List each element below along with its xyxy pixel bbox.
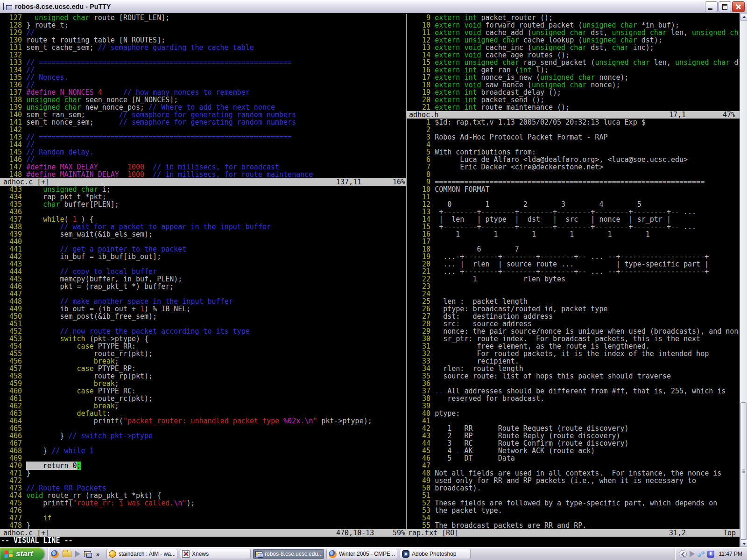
code-line: 25 len : packet length <box>409 298 739 305</box>
pane-rap-txt[interactable]: 1 $Id: rap.txt,v 1.13 2005/02/05 20:32:1… <box>409 119 739 529</box>
status-percent: 16% <box>393 178 405 186</box>
line-number: 55 <box>409 521 435 529</box>
code-line: 22 1 rlen bytes <box>409 275 739 283</box>
code-line: 449 ib_out = (ib_out + 1) % IB_NEL; <box>1 305 405 313</box>
taskbar-buttons: staindarch : AIM - wa...Xnewsrobos-8.cse… <box>106 549 471 559</box>
code-line: 47 <box>409 462 739 469</box>
code-line: 3 Robos Ad-Hoc Protocol Packet Format - … <box>409 133 739 141</box>
code-line: 455 route_rr(pkt); <box>1 350 405 357</box>
minimize-button[interactable] <box>705 1 718 12</box>
code-line: 132 <box>1 51 405 59</box>
arrow-down-icon <box>742 543 746 545</box>
code-line: 17 <box>409 238 739 245</box>
code-line: 38 reserved for broadcast. <box>409 395 739 402</box>
code-line: 48 Not all fields are used in all contex… <box>409 469 739 477</box>
code-line: 6 Luca de Alfaro <lda@dealfaro.org>, <lu… <box>409 156 739 163</box>
title-bar[interactable]: robos-8.cse.ucsc.edu - PuTTY <box>0 0 747 14</box>
code-line: 7 Eric Decker <cire@deckerstone.net> <box>409 163 739 171</box>
code-line: 1 $Id: rap.txt,v 1.13 2005/02/05 20:32:1… <box>409 119 739 126</box>
folder-icon[interactable] <box>63 551 71 557</box>
code-line: 130 route_t routing_table [N_ROUTES]; <box>1 36 405 44</box>
vertical-split-separator <box>406 14 407 529</box>
code-line: 141 sem_t nonce_sem; // semaphore for ge… <box>1 119 405 126</box>
code-line: 437 while( 1 ) { <box>1 216 405 223</box>
terminal-scrollbar[interactable] <box>740 13 747 547</box>
code-line: 27 dst: destination address <box>409 313 739 320</box>
code-line: 35 source route: list of hops this packe… <box>409 372 739 380</box>
code-line: 49 used only for RR and RP packets (i.e.… <box>409 477 739 484</box>
windows-flag-icon <box>5 550 8 554</box>
code-line: 469 <box>1 455 405 462</box>
taskbar-button[interactable]: Adobe Photoshop <box>400 549 471 559</box>
code-line: 456 break; <box>1 357 405 365</box>
code-line: 458 route_rp(pkt); <box>1 372 405 380</box>
code-line: 474 void route_rr (rap_pkt_t *pkt) { <box>1 492 405 499</box>
firefox-icon[interactable] <box>51 550 59 558</box>
status-ruler: 470,10-13 <box>336 529 374 537</box>
code-line: 137 #define N_NONCES 4 // how many nonce… <box>1 89 405 96</box>
media-player-icon[interactable] <box>75 551 80 557</box>
messenger-icon[interactable] <box>707 551 714 558</box>
taskbar-button[interactable]: Winter 2005 - CMPE ... <box>326 549 397 559</box>
code-line: 435 char buffer[PLEN]; <box>1 201 405 208</box>
code-line: 31 free element, as the route is lengthe… <box>409 343 739 350</box>
code-line: 135 // Nonces. <box>1 74 405 81</box>
code-line: 44 3 RC Route Confirm (route discovery) <box>409 440 739 447</box>
code-line: 439 sem_wait(&ib_els_sem); <box>1 231 405 238</box>
code-line: 20 ... | rlen | source route ... | type-… <box>409 260 739 268</box>
start-button[interactable]: start <box>0 547 44 560</box>
code-line: 28 src: source address <box>409 320 739 328</box>
pane-adhoc-c-top[interactable]: 127 unsigned char route [ROUTE_LEN]; 128… <box>1 14 405 178</box>
code-line: 470 return 0; <box>1 462 405 469</box>
pane-adhoc-h[interactable]: 9 extern int packet_router (); 10 extern… <box>409 14 739 111</box>
taskbar-button-label: Xnews <box>192 551 209 557</box>
code-line: 477 if <box>1 514 405 522</box>
pane-adhoc-c-bottom[interactable]: 433 unsigned char i; 434 rap_pkt_t *pkt;… <box>1 186 405 529</box>
terminal[interactable]: 127 unsigned char route [ROUTE_LEN]; 128… <box>0 13 740 547</box>
code-line: 129 // <box>1 29 405 36</box>
taskbar-button[interactable]: robos-8.cse.ucsc.edu... <box>253 549 324 559</box>
code-line: 467 <box>1 440 405 447</box>
code-line: 460 case PTYPE_RC: <box>1 387 405 395</box>
status-percent: 47% <box>723 111 735 119</box>
code-line: 147 #define MAX_DELAY 1000 // in millise… <box>1 163 405 171</box>
restore-button[interactable] <box>719 1 731 12</box>
code-line: 32 For routed packets, it is the index o… <box>409 350 739 357</box>
quick-launch-overflow-chevron[interactable]: » <box>95 551 101 558</box>
status-filename: adhoc.h <box>409 111 438 119</box>
code-line: 9 ======================================… <box>409 178 739 186</box>
code-line: 52 These fields are followed by a type-s… <box>409 499 739 507</box>
code-line: 54 <box>409 514 739 522</box>
taskbar-button[interactable]: Xnews <box>180 549 251 559</box>
code-line: 127 unsigned char route [ROUTE_LEN]; <box>1 14 405 21</box>
code-line: 11 extern void cache_add (unsigned char … <box>409 29 739 36</box>
code-line: 15 extern unsigned char rap_send_packet … <box>409 59 739 66</box>
code-line: 434 rap_pkt_t *pkt; <box>1 193 405 201</box>
taskbar-button-label: Winter 2005 - CMPE ... <box>339 551 395 557</box>
scroll-down-button[interactable] <box>740 539 747 547</box>
status-filename: rap.txt [RO] <box>408 529 458 537</box>
network-icon[interactable] <box>698 551 705 557</box>
collapse-chevron-icon[interactable] <box>679 550 687 558</box>
close-button[interactable] <box>732 1 745 12</box>
code-line: 140 sem_t ran_sem; // semaphore for gene… <box>1 111 405 119</box>
code-line: 14 | len | ptype | dst | src | nonce | s… <box>409 216 739 223</box>
code-line: 148 #define MAINTAIN_DELAY 1000 // in mi… <box>1 171 405 178</box>
scrollbar-thumb[interactable] <box>740 402 747 539</box>
code-line: 139 unsigned char new_nonce_pos; // Wher… <box>1 104 405 111</box>
code-line: 19 extern int broadcast_delay (); <box>409 89 739 96</box>
taskbar-button-label: staindarch : AIM - wa... <box>119 551 175 557</box>
scroll-up-button[interactable] <box>740 13 747 21</box>
code-line: 40 ptype: <box>409 410 739 417</box>
code-line: 142 <box>1 126 405 133</box>
code-line: 461 route_rc(pkt); <box>1 395 405 402</box>
code-line: 452 // now route the packet according to… <box>1 328 405 335</box>
arrow-up-icon <box>742 16 746 18</box>
putty-icon[interactable] <box>84 551 91 557</box>
status-percent: 59% <box>393 529 405 537</box>
taskbar-button[interactable]: staindarch : AIM - wa... <box>106 549 177 559</box>
tray-clock[interactable]: 11:47 PM <box>719 551 742 557</box>
media-player-icon[interactable] <box>690 551 695 557</box>
taskbar-button-label: robos-8.cse.ucsc.edu... <box>265 551 322 557</box>
code-line: 446 pkt = (rap_pkt_t *) buffer; <box>1 283 405 290</box>
